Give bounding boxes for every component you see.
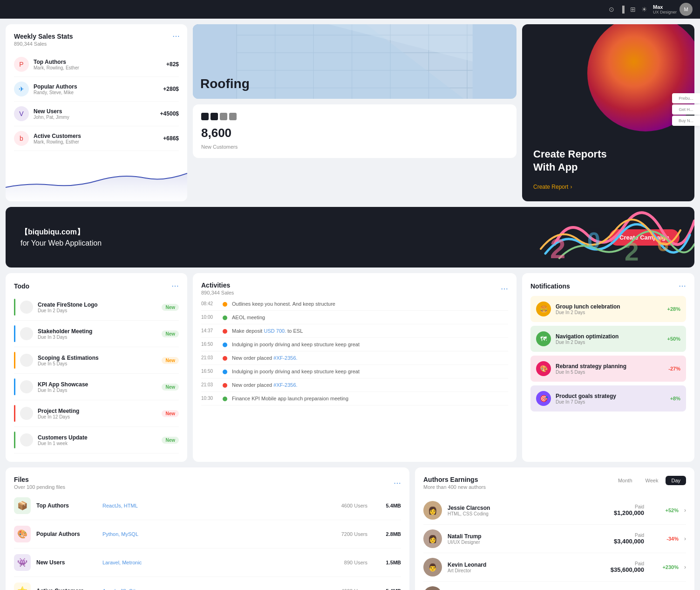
weekly-sales-menu[interactable]: ⋯ bbox=[172, 32, 180, 41]
tab-day[interactable]: Day bbox=[666, 476, 686, 485]
notif-icon-1: 🍔 bbox=[536, 302, 551, 316]
act-dot-5 bbox=[223, 356, 227, 361]
nc-icons bbox=[201, 113, 508, 120]
active-customers-name: Active Customers bbox=[34, 133, 158, 139]
activity-item-1: 08:42 Outlines keep you honest. And keep… bbox=[201, 297, 508, 311]
active-customers-value: +686$ bbox=[163, 135, 179, 142]
campaign-brand: 【biqubiqu.com】 bbox=[20, 227, 102, 237]
nc-sq-dark bbox=[201, 113, 209, 120]
side-panel-item-2[interactable]: Get H... bbox=[672, 104, 700, 115]
notifications-title: Notifications bbox=[530, 282, 570, 290]
new-customers-card: 8,600 New Customers bbox=[193, 104, 517, 158]
todo-menu[interactable]: ⋯ bbox=[171, 281, 179, 290]
nc-sq-gray2 bbox=[229, 113, 237, 120]
notif-item-2: 🗺 Navigation optimization Due In 2 Days … bbox=[530, 326, 686, 352]
user-avatar[interactable]: M bbox=[680, 3, 693, 16]
author-avatar-1: 👩 bbox=[423, 501, 442, 520]
act-dot-4 bbox=[223, 343, 227, 347]
popular-authors-people: Randy, Steve, Mike bbox=[34, 90, 158, 95]
new-users-icon: V bbox=[14, 106, 29, 121]
author-chevron-1[interactable]: › bbox=[684, 507, 686, 514]
user-name: Max bbox=[653, 4, 677, 10]
chevron-right-icon: › bbox=[570, 184, 572, 190]
activity-item-6: 16:50 Indulging in poorly driving and ke… bbox=[201, 365, 508, 378]
todo-bar-3 bbox=[14, 352, 15, 369]
notif-icon-4: 🎯 bbox=[536, 391, 551, 406]
stat-item-new-users: V New Users John, Pat, Jimmy +4500$ bbox=[14, 102, 179, 126]
roofing-title: Roofing bbox=[200, 76, 250, 91]
author-item-3: 👨 Kevin Leonard Art Director Paid $35,60… bbox=[423, 553, 686, 582]
file-item-1: 📦 Top Authors ReactJs, HTML 4600 Users 5… bbox=[14, 492, 401, 520]
todo-item-2: Stakeholder Meeting Due In 3 Days New bbox=[14, 321, 179, 347]
side-panel: Prebu... Get H... Buy N... bbox=[672, 93, 700, 126]
popular-authors-value: +280$ bbox=[163, 86, 179, 92]
todo-badge-5: New bbox=[162, 410, 179, 417]
create-reports-card: Create ReportsWith App Create Report › bbox=[522, 24, 694, 201]
deposit-link[interactable]: USD 700. bbox=[264, 328, 286, 334]
order-link-2[interactable]: #XF-2356. bbox=[273, 382, 297, 388]
signal-icon[interactable]: ▐ bbox=[620, 6, 625, 13]
weekly-sales-card: Weekly Sales Stats 890,344 Sales ⋯ P Top… bbox=[6, 24, 187, 201]
notif-value-4: +8% bbox=[670, 396, 680, 401]
file-item-2: 🎨 Popular Authors Python, MySQL 7200 Use… bbox=[14, 520, 401, 549]
todo-badge-2: New bbox=[162, 330, 179, 337]
todo-item-3: Scoping & Estimations Due In 5 Days New bbox=[14, 347, 179, 374]
todo-badge-6: New bbox=[162, 437, 179, 444]
user-info: Max UX Designer M bbox=[653, 3, 693, 16]
notif-icon-3: 🎨 bbox=[536, 361, 551, 376]
act-dot-6 bbox=[223, 370, 227, 374]
new-users-value: +4500$ bbox=[160, 110, 179, 117]
activities-menu[interactable]: ⋯ bbox=[501, 284, 508, 293]
svg-text:2: 2 bbox=[550, 233, 565, 264]
new-customers-number: 8,600 bbox=[201, 126, 508, 140]
top-authors-icon: P bbox=[14, 57, 29, 72]
todo-item-1: Create FireStone Logo Due In 2 Days New bbox=[14, 294, 179, 321]
side-panel-item-3[interactable]: Buy N... bbox=[672, 116, 700, 126]
activity-item-3: 14:37 Make deposit USD 700. to ESL bbox=[201, 324, 508, 338]
stat-item-top-authors: P Top Authors Mark, Rowling, Esther +82$ bbox=[14, 52, 179, 77]
order-link-1[interactable]: #XF-2356. bbox=[273, 355, 297, 361]
notifications-menu[interactable]: ⋯ bbox=[679, 281, 686, 290]
earnings-subtitle: More than 400 new authors bbox=[423, 484, 486, 490]
author-change-3: +230% bbox=[655, 564, 679, 570]
new-users-name: New Users bbox=[34, 108, 156, 115]
popular-authors-name: Popular Authors bbox=[34, 83, 158, 90]
file-item-4: ⭐ Active Customers AngularJS, C# 4600 Us… bbox=[14, 577, 401, 590]
weekly-sales-title: Weekly Sales Stats bbox=[14, 33, 179, 40]
svg-text:2: 2 bbox=[625, 237, 639, 266]
row-2: Todo ⋯ Create FireStone Logo Due In 2 Da… bbox=[6, 273, 694, 462]
todo-badge-1: New bbox=[162, 304, 179, 311]
main-content: Weekly Sales Stats 890,344 Sales ⋯ P Top… bbox=[0, 19, 700, 590]
authors-earnings-card: Authors Earnings More than 400 new autho… bbox=[415, 467, 694, 590]
side-panel-item-1[interactable]: Prebu... bbox=[672, 93, 700, 103]
campaign-text: 【biqubiqu.com】 for Your Web Application bbox=[20, 227, 102, 247]
notif-value-2: +50% bbox=[667, 336, 680, 342]
files-menu[interactable]: ⋯ bbox=[394, 479, 401, 487]
roofing-image: Roofing bbox=[193, 24, 517, 99]
campaign-decoration: 2 0 2 6 bbox=[531, 207, 694, 268]
todo-bar-2 bbox=[14, 325, 15, 342]
todo-bar-1 bbox=[14, 299, 15, 316]
weekly-sales-subtitle: 890,344 Sales bbox=[14, 41, 179, 47]
notifications-card: Notifications ⋯ 🍔 Group lunch celebratio… bbox=[522, 273, 694, 462]
stat-item-active-customers: b Active Customers Mark, Rowling, Esther… bbox=[14, 126, 179, 151]
author-chevron-2[interactable]: › bbox=[684, 535, 686, 542]
new-users-people: John, Pat, Jimmy bbox=[34, 115, 156, 120]
tab-month[interactable]: Month bbox=[612, 476, 638, 485]
author-chevron-3[interactable]: › bbox=[684, 564, 686, 570]
files-card: Files Over 100 pending files ⋯ 📦 Top Aut… bbox=[6, 467, 409, 590]
author-item-2: 👩 Natali Trump UI/UX Designer Paid $3,40… bbox=[423, 525, 686, 553]
row-3: Files Over 100 pending files ⋯ 📦 Top Aut… bbox=[6, 467, 694, 590]
tab-week[interactable]: Week bbox=[640, 476, 664, 485]
brightness-icon[interactable]: ☀ bbox=[641, 6, 647, 13]
earnings-title: Authors Earnings bbox=[423, 476, 486, 483]
search-icon[interactable]: ⊙ bbox=[609, 6, 614, 13]
activity-item-7: 21:03 New order placed #XF-2356. bbox=[201, 378, 508, 392]
grid-icon[interactable]: ⊞ bbox=[630, 6, 636, 13]
user-role: UX Designer bbox=[653, 10, 677, 14]
act-dot-7 bbox=[223, 383, 227, 388]
notif-item-1: 🍔 Group lunch celebration Due In 2 Days … bbox=[530, 296, 686, 322]
row-1: Weekly Sales Stats 890,344 Sales ⋯ P Top… bbox=[6, 24, 694, 201]
activity-item-4: 16:50 Indulging in poorly driving and ke… bbox=[201, 338, 508, 351]
create-report-link[interactable]: Create Report › bbox=[533, 184, 683, 190]
